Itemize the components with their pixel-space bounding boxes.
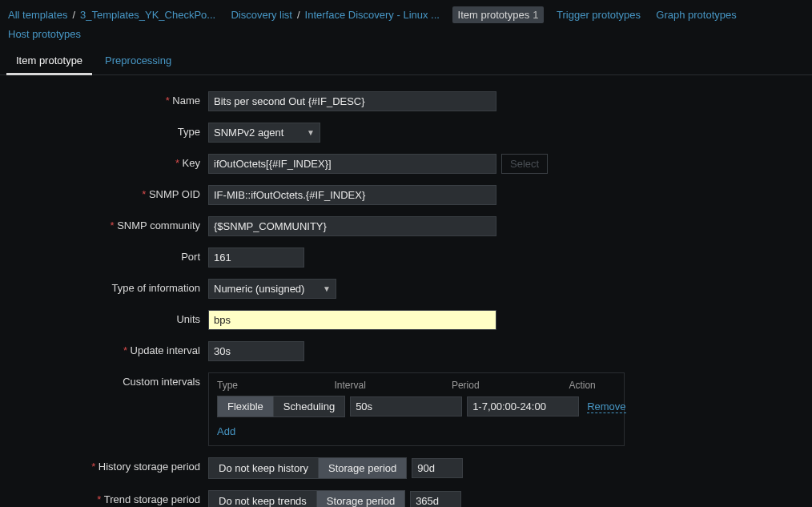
interval-type-toggle: Flexible Scheduling — [217, 396, 345, 417]
history-storage-period-button[interactable]: Storage period — [319, 458, 406, 478]
interval-scheduling-button[interactable]: Scheduling — [274, 396, 344, 416]
chevron-down-icon: ▼ — [323, 284, 331, 293]
label-key: Key — [8, 154, 208, 169]
crumb-host-prototypes[interactable]: Host prototypes — [8, 28, 81, 40]
custom-intervals-box: Type Interval Period Action Flexible Sch… — [208, 372, 625, 446]
crumb-item-prototypes-label: Item prototypes — [458, 9, 530, 21]
label-history-storage: History storage period — [8, 457, 208, 473]
intervals-head-interval: Interval — [334, 380, 451, 391]
form: Name Type SNMPv2 agent ▼ Key Select SNMP… — [0, 75, 812, 507]
type-of-information-select[interactable]: Numeric (unsigned) ▼ — [208, 279, 336, 299]
type-select[interactable]: SNMPv2 agent ▼ — [208, 123, 320, 143]
label-units: Units — [8, 310, 208, 325]
snmp-oid-input[interactable] — [208, 185, 496, 205]
type-of-information-value: Numeric (unsigned) — [214, 283, 304, 295]
name-input[interactable] — [208, 91, 496, 111]
interval-add-link[interactable]: Add — [217, 425, 235, 437]
label-type-of-information: Type of information — [8, 279, 208, 294]
do-not-keep-history-button[interactable]: Do not keep history — [209, 458, 319, 478]
update-interval-input[interactable] — [208, 341, 304, 361]
trend-storage-period-button[interactable]: Storage period — [317, 491, 404, 507]
crumb-discovery-list[interactable]: Discovery list — [231, 9, 292, 21]
chevron-down-icon: ▼ — [307, 128, 315, 137]
intervals-head-type: Type — [217, 380, 334, 391]
tabbar: Item prototype Preprocessing — [0, 48, 812, 75]
history-storage-toggle: Do not keep history Storage period — [208, 457, 407, 479]
port-input[interactable] — [208, 247, 304, 268]
interval-row: Flexible Scheduling Remove — [217, 396, 616, 417]
crumb-item-prototypes-count: 1 — [533, 9, 538, 21]
trend-storage-toggle: Do not keep trends Storage period — [208, 490, 405, 507]
breadcrumb: All templates / 3_Templates_YK_CheckPo..… — [0, 0, 812, 48]
crumb-graph-prototypes[interactable]: Graph prototypes — [656, 9, 736, 21]
crumb-template[interactable]: 3_Templates_YK_CheckPo... — [80, 9, 215, 21]
units-input[interactable] — [208, 310, 496, 330]
crumb-sep-2: / — [297, 9, 300, 21]
history-period-input[interactable] — [412, 458, 463, 478]
label-snmp-oid: SNMP OID — [8, 185, 208, 200]
label-type: Type — [8, 123, 208, 138]
snmp-community-input[interactable] — [208, 216, 496, 236]
crumb-item-prototypes[interactable]: Item prototypes 1 — [452, 6, 545, 23]
trend-period-input[interactable] — [410, 491, 461, 507]
label-port: Port — [8, 247, 208, 263]
label-update-interval: Update interval — [8, 341, 208, 356]
do-not-keep-trends-button[interactable]: Do not keep trends — [209, 491, 317, 507]
crumb-all-templates[interactable]: All templates — [8, 9, 67, 21]
key-select-button: Select — [501, 154, 548, 174]
label-name: Name — [8, 91, 208, 107]
intervals-head-action: Action — [569, 380, 616, 391]
crumb-trigger-prototypes[interactable]: Trigger prototypes — [557, 9, 641, 21]
type-select-value: SNMPv2 agent — [214, 127, 283, 139]
tab-item-prototype[interactable]: Item prototype — [5, 48, 94, 74]
crumb-discovery-rule[interactable]: Interface Discovery - Linux ... — [305, 9, 440, 21]
label-custom-intervals: Custom intervals — [8, 372, 208, 388]
crumb-sep: / — [72, 9, 75, 21]
label-trend-storage: Trend storage period — [8, 490, 208, 505]
interval-flexible-button[interactable]: Flexible — [218, 396, 274, 416]
interval-remove-link[interactable]: Remove — [587, 400, 625, 413]
label-snmp-community: SNMP community — [8, 216, 208, 231]
tab-preprocessing[interactable]: Preprocessing — [94, 48, 183, 74]
interval-delay-input[interactable] — [350, 396, 462, 416]
key-input[interactable] — [208, 154, 496, 174]
intervals-head-period: Period — [452, 380, 569, 391]
interval-period-input[interactable] — [467, 396, 579, 416]
